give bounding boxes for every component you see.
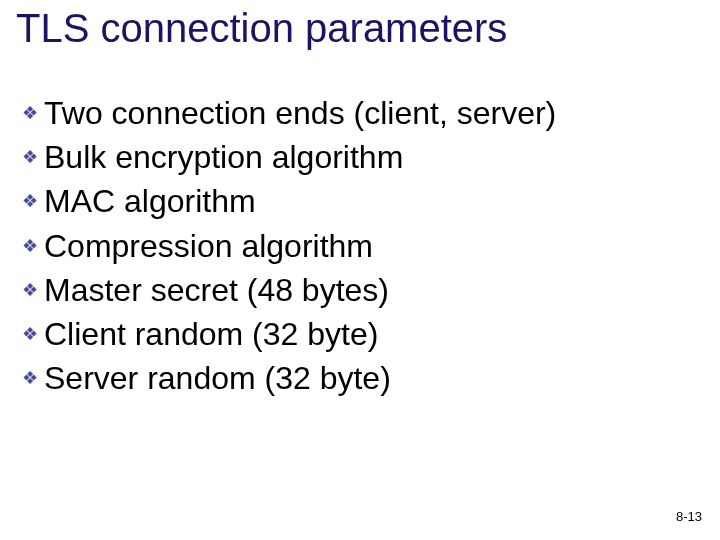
list-item: ❖ MAC algorithm <box>22 180 700 222</box>
list-item-text: Client random (32 byte) <box>44 313 378 355</box>
list-item: ❖ Bulk encryption algorithm <box>22 136 700 178</box>
diamond-bullet-icon: ❖ <box>22 367 38 391</box>
list-item-text: Compression algorithm <box>44 225 373 267</box>
list-item: ❖ Two connection ends (client, server) <box>22 92 700 134</box>
page-number: 8-13 <box>676 509 702 524</box>
diamond-bullet-icon: ❖ <box>22 102 38 126</box>
diamond-bullet-icon: ❖ <box>22 279 38 303</box>
diamond-bullet-icon: ❖ <box>22 146 38 170</box>
diamond-bullet-icon: ❖ <box>22 323 38 347</box>
slide-title: TLS connection parameters <box>16 6 507 51</box>
list-item-text: Two connection ends (client, server) <box>44 92 556 134</box>
slide-body: ❖ Two connection ends (client, server) ❖… <box>22 92 700 402</box>
list-item-text: Server random (32 byte) <box>44 357 391 399</box>
list-item: ❖ Server random (32 byte) <box>22 357 700 399</box>
slide: TLS connection parameters ❖ Two connecti… <box>0 0 720 540</box>
list-item: ❖ Client random (32 byte) <box>22 313 700 355</box>
list-item: ❖ Compression algorithm <box>22 225 700 267</box>
list-item: ❖ Master secret (48 bytes) <box>22 269 700 311</box>
diamond-bullet-icon: ❖ <box>22 190 38 214</box>
list-item-text: Bulk encryption algorithm <box>44 136 403 178</box>
diamond-bullet-icon: ❖ <box>22 235 38 259</box>
list-item-text: MAC algorithm <box>44 180 256 222</box>
list-item-text: Master secret (48 bytes) <box>44 269 389 311</box>
